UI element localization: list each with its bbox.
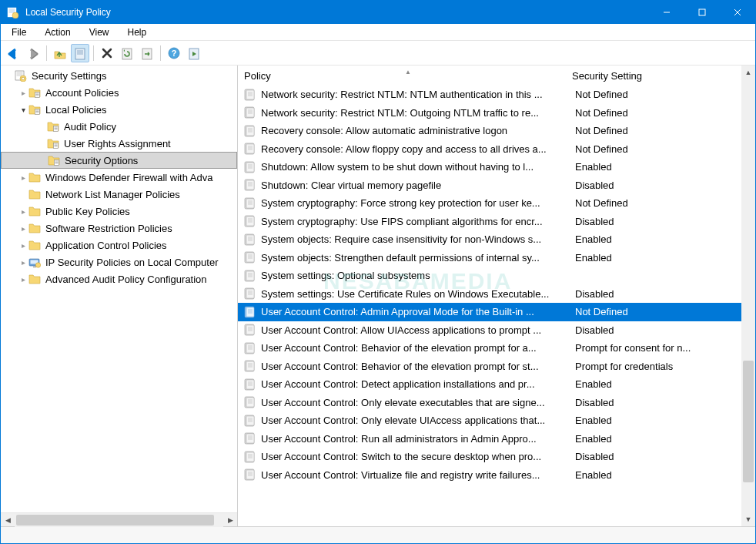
expand-icon[interactable] xyxy=(18,257,28,267)
close-button[interactable] xyxy=(720,1,755,24)
forward-icon xyxy=(26,46,40,60)
policy-row[interactable]: Shutdown: Allow system to be shut down w… xyxy=(238,158,741,176)
policy-row[interactable]: User Account Control: Admin Approval Mod… xyxy=(238,303,741,321)
policy-row[interactable]: User Account Control: Behavior of the el… xyxy=(238,358,741,376)
up-button[interactable] xyxy=(51,44,69,62)
scroll-thumb[interactable] xyxy=(16,515,214,526)
policy-row[interactable]: System cryptography: Use FIPS compliant … xyxy=(238,213,741,231)
policy-row[interactable]: System objects: Require case insensitivi… xyxy=(238,230,741,249)
expand-icon[interactable] xyxy=(18,240,28,250)
policy-item-icon xyxy=(244,233,258,246)
tree-item[interactable]: Software Restriction Policies xyxy=(1,220,237,237)
forward-button[interactable] xyxy=(24,44,42,62)
folder-icon xyxy=(28,188,41,200)
refresh-button[interactable] xyxy=(118,44,136,62)
tree-item[interactable]: IP Security Policies on Local Computer xyxy=(1,254,237,270)
tree-item-label: Application Control Policies xyxy=(44,239,169,252)
minimize-button[interactable] xyxy=(649,1,684,24)
column-policy[interactable]: ▲ Policy xyxy=(244,70,572,82)
maximize-button[interactable] xyxy=(684,1,720,24)
tree-item[interactable]: Security Settings xyxy=(1,67,237,84)
policy-row[interactable]: System settings: Optional subsystems xyxy=(238,267,741,285)
policy-root-icon xyxy=(15,69,27,82)
policy-item-icon xyxy=(244,143,258,155)
policy-list: Network security: Restrict NTLM: NTLM au… xyxy=(238,86,741,526)
tree-item[interactable]: Public Key Policies xyxy=(1,203,237,220)
scroll-left-icon[interactable]: ◀ xyxy=(1,513,15,527)
tree-item[interactable]: User Rights Assignment xyxy=(1,135,237,152)
tree-item[interactable]: Local Policies xyxy=(1,101,237,118)
refresh-icon xyxy=(120,46,134,60)
folder-icon xyxy=(28,222,41,234)
expand-icon[interactable] xyxy=(18,274,28,284)
policy-row[interactable]: Network security: Restrict NTLM: NTLM au… xyxy=(238,86,741,104)
folder-icon xyxy=(28,205,41,217)
policy-value: Disabled xyxy=(572,451,735,462)
policy-row[interactable]: User Account Control: Allow UIAccess app… xyxy=(238,321,741,340)
folder-policy-icon xyxy=(47,120,59,133)
tree-item-label: Public Key Policies xyxy=(44,205,132,218)
run-button[interactable] xyxy=(185,44,203,62)
policy-row[interactable]: User Account Control: Detect application… xyxy=(238,375,741,394)
scroll-track[interactable] xyxy=(741,79,755,512)
close-icon xyxy=(734,8,741,16)
menubar: File Action View Help xyxy=(1,24,755,41)
policy-name: System cryptography: Force strong key pr… xyxy=(261,197,572,209)
window-title: Local Security Policy xyxy=(25,7,649,18)
tree-item[interactable]: Advanced Audit Policy Configuration xyxy=(1,270,237,287)
scroll-up-icon[interactable]: ▲ xyxy=(741,65,755,79)
menu-file[interactable]: File xyxy=(4,25,34,39)
menu-action[interactable]: Action xyxy=(37,25,78,39)
policy-row[interactable]: User Account Control: Virtualize file an… xyxy=(238,466,741,485)
tree-item[interactable]: Network List Manager Policies xyxy=(1,186,237,203)
policy-name: User Account Control: Only elevate execu… xyxy=(261,397,572,408)
policy-value: Not Defined xyxy=(572,125,735,136)
scroll-thumb[interactable] xyxy=(743,361,754,482)
tree-pane: Security SettingsAccount PoliciesLocal P… xyxy=(1,65,238,526)
export-button[interactable] xyxy=(138,44,156,62)
policy-row[interactable]: System settings: Use Certificate Rules o… xyxy=(238,285,741,304)
tree-item[interactable]: Account Policies xyxy=(1,84,237,101)
tree-item[interactable]: Audit Policy xyxy=(1,118,237,135)
policy-row[interactable]: User Account Control: Only elevate execu… xyxy=(238,394,741,412)
policy-value: Not Defined xyxy=(572,89,735,100)
collapse-icon[interactable] xyxy=(18,105,28,114)
delete-button[interactable] xyxy=(98,44,116,62)
help-button[interactable] xyxy=(165,44,183,62)
policy-name: User Account Control: Admin Approval Mod… xyxy=(261,306,572,317)
policy-row[interactable]: Shutdown: Clear virtual memory pagefileD… xyxy=(238,176,741,195)
tree-item[interactable]: Application Control Policies xyxy=(1,237,237,254)
column-security-setting[interactable]: Security Setting xyxy=(572,70,735,82)
up-folder-icon xyxy=(53,46,67,60)
tree-hscrollbar[interactable]: ◀ ▶ xyxy=(1,512,237,526)
policy-row[interactable]: User Account Control: Run all administra… xyxy=(238,430,741,448)
tree-item[interactable]: Windows Defender Firewall with Adva xyxy=(1,169,237,186)
expand-icon[interactable] xyxy=(18,88,28,97)
policy-row[interactable]: Recovery console: Allow floppy copy and … xyxy=(238,140,741,159)
expand-icon[interactable] xyxy=(18,223,28,233)
policy-row[interactable]: Recovery console: Allow automatic admini… xyxy=(238,122,741,140)
details-vscrollbar[interactable]: ▲ ▼ xyxy=(741,65,755,526)
menu-view[interactable]: View xyxy=(82,25,117,39)
policy-row[interactable]: Network security: Restrict NTLM: Outgoin… xyxy=(238,104,741,123)
folder-policy-icon xyxy=(48,154,60,166)
policy-value: Enabled xyxy=(572,378,735,390)
back-button[interactable] xyxy=(4,44,22,62)
scroll-track[interactable] xyxy=(15,513,223,527)
menu-help[interactable]: Help xyxy=(120,25,155,39)
tree: Security SettingsAccount PoliciesLocal P… xyxy=(1,65,237,289)
policy-row[interactable]: User Account Control: Behavior of the el… xyxy=(238,339,741,358)
show-hide-tree-button[interactable] xyxy=(71,44,89,62)
scroll-down-icon[interactable]: ▼ xyxy=(741,512,755,526)
folder-icon xyxy=(28,171,41,183)
scroll-right-icon[interactable]: ▶ xyxy=(223,513,237,527)
policy-row[interactable]: System cryptography: Force strong key pr… xyxy=(238,194,741,213)
details-pane: ▲ Policy Security Setting Network securi… xyxy=(238,65,755,526)
policy-row[interactable]: User Account Control: Only elevate UIAcc… xyxy=(238,411,741,430)
column-setting-label: Security Setting xyxy=(572,70,642,82)
expand-icon[interactable] xyxy=(18,173,28,182)
policy-row[interactable]: User Account Control: Switch to the secu… xyxy=(238,448,741,466)
policy-row[interactable]: System objects: Strengthen default permi… xyxy=(238,249,741,267)
expand-icon[interactable] xyxy=(18,207,28,216)
tree-item[interactable]: Security Options xyxy=(1,152,237,169)
